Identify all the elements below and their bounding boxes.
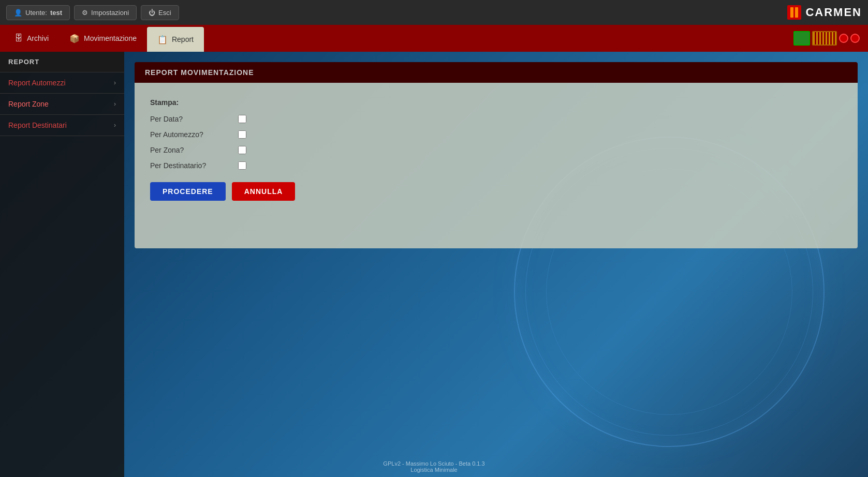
stampa-label: Stampa: [150, 98, 842, 107]
settings-button[interactable]: ⚙ Impostazioni [74, 5, 137, 20]
navbar: 🗄 Archivi 📦 Movimentazione 📋 Report [0, 25, 868, 52]
tab-archivi[interactable]: 🗄 Archivi [4, 25, 59, 52]
per-automezzo-checkbox[interactable] [238, 130, 246, 139]
sidebar-item-destinatari[interactable]: Report Destinatari › [0, 115, 124, 136]
tab-report[interactable]: 📋 Report [147, 27, 204, 52]
tab-archivi-label: Archivi [27, 34, 49, 42]
sidebar-label-destinatari: Report Destinatari [8, 121, 67, 129]
archivi-icon: 🗄 [14, 34, 23, 43]
indicator-wave [812, 31, 837, 46]
panel-body: Stampa: Per Data? Per Automezzo? Per Zon… [135, 83, 858, 248]
procedere-button[interactable]: PROCEDERE [150, 182, 226, 201]
tab-movimentazione-label: Movimentazione [84, 34, 137, 42]
arrow-icon-zone: › [114, 100, 116, 108]
main-panel: REPORT MOVIMENTAZIONE Stampa: Per Data? … [124, 52, 868, 477]
topbar: 👤 Utente: test ⚙ Impostazioni ⏻ Esci CAR… [0, 0, 868, 25]
per-automezzo-label: Per Automezzo? [150, 130, 233, 139]
brand-logo [787, 5, 801, 20]
tab-report-label: Report [172, 35, 194, 43]
sidebar-header: REPORT [0, 52, 124, 72]
brand-name: CARMEN [805, 6, 862, 19]
sidebar-label-automezzi: Report Automezzi [8, 79, 66, 87]
button-row: PROCEDERE ANNULLA [150, 182, 842, 201]
gear-icon: ⚙ [82, 9, 88, 17]
movimentazione-icon: 📦 [69, 34, 80, 43]
form-section: Stampa: Per Data? Per Automezzo? Per Zon… [150, 98, 842, 201]
power-icon: ⏻ [149, 9, 155, 17]
per-data-checkbox[interactable] [238, 115, 246, 123]
logout-button[interactable]: ⏻ Esci [141, 5, 179, 20]
indicator-green [793, 31, 810, 46]
settings-label: Impostazioni [91, 9, 129, 17]
username: test [50, 9, 62, 17]
user-label: Utente: [25, 9, 47, 17]
tab-movimentazione[interactable]: 📦 Movimentazione [59, 25, 147, 52]
per-automezzo-row: Per Automezzo? [150, 130, 842, 139]
logout-label: Esci [158, 9, 171, 17]
per-destinatario-row: Per Destinatario? [150, 161, 842, 170]
footer: GPLv2 - Massimo Lo Sciuto - Beta 0.1.3 L… [383, 460, 484, 473]
brand: CARMEN [787, 5, 862, 20]
indicator-red-2 [850, 34, 860, 43]
per-destinatario-checkbox[interactable] [238, 161, 246, 170]
main-area: REPORT Report Automezzi › Report Zone › … [0, 52, 868, 477]
per-zona-label: Per Zona? [150, 146, 233, 154]
per-zona-row: Per Zona? [150, 146, 842, 154]
nav-right [793, 25, 864, 52]
nav-indicator [793, 31, 860, 46]
footer-line1: GPLv2 - Massimo Lo Sciuto - Beta 0.1.3 [383, 460, 484, 467]
sidebar-item-zone[interactable]: Report Zone › [0, 94, 124, 115]
report-icon: 📋 [157, 35, 168, 44]
per-data-row: Per Data? [150, 115, 842, 123]
per-destinatario-label: Per Destinatario? [150, 161, 233, 170]
indicator-red-1 [839, 34, 848, 43]
panel-header: REPORT MOVIMENTAZIONE [135, 62, 858, 83]
arrow-icon-automezzi: › [114, 79, 116, 86]
footer-line2: Logistica Minimale [383, 467, 484, 473]
per-zona-checkbox[interactable] [238, 146, 246, 154]
per-data-label: Per Data? [150, 115, 233, 123]
sidebar: REPORT Report Automezzi › Report Zone › … [0, 52, 124, 477]
user-button[interactable]: 👤 Utente: test [6, 5, 70, 20]
arrow-icon-destinatari: › [114, 122, 116, 129]
user-icon: 👤 [14, 9, 22, 17]
sidebar-item-automezzi[interactable]: Report Automezzi › [0, 72, 124, 94]
sidebar-label-zone: Report Zone [8, 100, 49, 108]
annulla-button[interactable]: ANNULLA [232, 182, 296, 201]
